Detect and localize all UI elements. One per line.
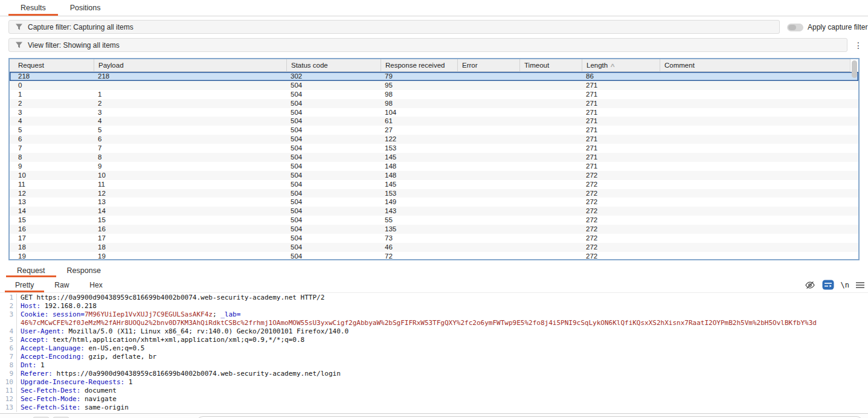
column-header-request[interactable]: Request [10, 59, 94, 71]
table-cell: 3 [10, 108, 94, 117]
table-cell [660, 252, 858, 260]
table-cell: 98 [381, 90, 457, 99]
tab-response[interactable]: Response [56, 263, 112, 277]
table-cell [457, 189, 519, 198]
table-cell [660, 135, 858, 144]
line-content: Accept-Encoding: gzip, deflate, br [17, 353, 156, 361]
table-cell: 3 [94, 108, 286, 117]
word-wrap-toggle-icon[interactable] [822, 280, 834, 290]
table-header-row: RequestPayloadStatus codeResponse receiv… [10, 59, 850, 72]
table-cell: 9 [10, 162, 94, 171]
table-row[interactable]: 151550455272 [10, 216, 858, 225]
table-cell: 272 [582, 252, 660, 260]
table-cell [519, 90, 582, 99]
column-header-label: Status code [291, 59, 328, 71]
table-cell: 8 [10, 153, 94, 162]
table-row[interactable]: 1313504149272 [10, 198, 858, 207]
table-row[interactable]: 99504148271 [10, 162, 858, 171]
tab-hex[interactable]: Hex [79, 277, 112, 292]
table-cell [660, 81, 858, 90]
table-cell [519, 189, 582, 198]
table-cell [457, 198, 519, 207]
table-row[interactable]: 88504145271 [10, 153, 858, 162]
table-cell: 504 [286, 171, 381, 180]
column-header-label: Timeout [524, 59, 549, 71]
column-header-label: Payload [98, 59, 124, 71]
table-cell [660, 72, 858, 81]
table-row-selected[interactable]: 2182183027986 [10, 72, 858, 81]
column-header-error[interactable]: Error [457, 59, 519, 71]
table-cell: 148 [381, 162, 457, 171]
capture-filter-bar[interactable]: Capture filter: Capturing all items [8, 20, 780, 34]
table-cell [457, 90, 519, 99]
line-content: Sec-Fetch-Site: same-origin [17, 404, 129, 412]
table-row[interactable]: 171750473272 [10, 234, 858, 243]
request-editor[interactable]: 1GET https://0a9900d90438959c816699b4002… [0, 294, 868, 413]
tab-results[interactable]: Results [8, 0, 58, 16]
column-header-length[interactable]: Length∧ [582, 59, 660, 71]
editor-footer-bar [0, 413, 868, 418]
table-row[interactable]: 33504104271 [10, 108, 858, 117]
table-cell [660, 234, 858, 243]
tab-pretty[interactable]: Pretty [5, 277, 44, 292]
table-cell [457, 216, 519, 225]
column-header-comment[interactable]: Comment [660, 59, 850, 71]
table-cell: 271 [582, 153, 660, 162]
attack-tabs: Results Positions [0, 0, 868, 16]
request-line: 5Accept: text/html,application/xhtml+xml… [0, 336, 868, 344]
table-cell: 10 [10, 171, 94, 180]
table-cell: 504 [286, 153, 381, 162]
table-row[interactable]: 1414504143272 [10, 207, 858, 216]
tab-raw[interactable]: Raw [44, 277, 79, 292]
table-row[interactable]: 66504122271 [10, 135, 858, 144]
column-header-payload[interactable]: Payload [94, 59, 286, 71]
table-cell: 17 [94, 234, 286, 243]
request-line: 3Cookie: session=7M96YUiIep1VvXUJj7C9EGU… [0, 310, 868, 319]
table-row[interactable]: 1616504135272 [10, 225, 858, 234]
table-row[interactable]: 1212504153272 [10, 189, 858, 198]
table-cell [457, 72, 519, 81]
table-row[interactable]: 191950472272 [10, 252, 858, 260]
table-row[interactable]: 1150498271 [10, 90, 858, 99]
table-cell: 95 [381, 81, 457, 90]
view-filter-bar[interactable]: View filter: Showing all items [8, 38, 847, 52]
tab-request[interactable]: Request [6, 263, 56, 277]
line-content: Host: 192.168.0.218 [17, 302, 97, 310]
hide-eye-slash-icon[interactable] [805, 280, 815, 290]
table-cell [660, 243, 858, 252]
table-row[interactable]: 2250498271 [10, 99, 858, 108]
table-scrollbar-thumb[interactable] [852, 60, 857, 78]
apply-capture-filter-toggle[interactable] [787, 24, 803, 31]
tab-positions[interactable]: Positions [58, 0, 113, 16]
table-cell: 504 [286, 225, 381, 234]
column-header-response-received[interactable]: Response received [381, 59, 457, 71]
view-filter-text: View filter: Showing all items [28, 41, 120, 50]
table-row[interactable]: 1111504145272 [10, 180, 858, 189]
table-cell: 11 [94, 180, 286, 189]
table-row[interactable]: 5550427271 [10, 126, 858, 135]
results-table[interactable]: RequestPayloadStatus codeResponse receiv… [8, 58, 860, 260]
view-filter-menu-kebab-icon[interactable]: ⋮ [853, 39, 864, 51]
table-row[interactable]: 4450461271 [10, 117, 858, 126]
table-cell [660, 216, 858, 225]
table-cell [457, 162, 519, 171]
table-cell: 10 [94, 171, 286, 180]
editor-menu-hamburger-icon[interactable] [856, 281, 864, 289]
table-row[interactable]: 1010504148272 [10, 171, 858, 180]
table-cell [519, 108, 582, 117]
table-row[interactable]: 77504153271 [10, 144, 858, 153]
table-cell: 2 [10, 99, 94, 108]
table-cell [660, 189, 858, 198]
show-newlines-icon[interactable]: \n [841, 281, 849, 289]
table-cell: 504 [286, 180, 381, 189]
table-cell: 272 [582, 225, 660, 234]
column-header-timeout[interactable]: Timeout [519, 59, 582, 71]
editor-toolbar-icons: \n [805, 278, 864, 291]
table-row[interactable]: 181850446272 [10, 243, 858, 252]
table-cell: 17 [10, 234, 94, 243]
tab-raw-label: Raw [54, 281, 69, 289]
table-cell: 272 [582, 189, 660, 198]
column-header-status-code[interactable]: Status code [286, 59, 381, 71]
table-row[interactable]: 050495271 [10, 81, 858, 90]
table-cell [660, 225, 858, 234]
